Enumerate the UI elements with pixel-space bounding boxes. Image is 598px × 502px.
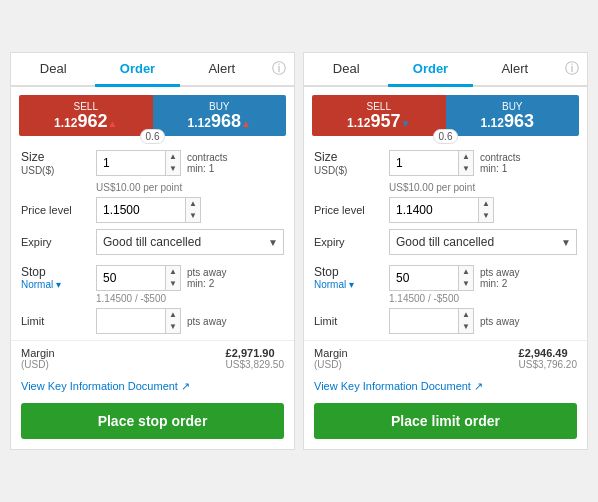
place-order-button[interactable]: Place limit order [314, 403, 577, 439]
margin-sub-value: US$3,829.50 [226, 359, 284, 370]
key-link-row: View Key Information Document ↗ [11, 376, 294, 397]
tab-bar: DealOrderAlertⓘ [11, 53, 294, 87]
margin-values: £2,971.90 US$3,829.50 [226, 347, 284, 370]
stop-up[interactable]: ▲ [459, 266, 473, 278]
stop-unit-label: pts awaymin: 2 [480, 267, 519, 289]
tab-deal[interactable]: Deal [11, 53, 95, 85]
price-level-wrap: ▲ ▼ [389, 197, 577, 223]
key-link-row: View Key Information Document ↗ [304, 376, 587, 397]
stop-down[interactable]: ▼ [166, 278, 180, 290]
size-row: Size USD($) ▲ ▼ contractsmin: 1 [21, 150, 284, 176]
stop-label: Stop Normal ▾ [21, 265, 96, 290]
sell-button[interactable]: SELL 1.12957▼ [312, 95, 446, 136]
tab-alert[interactable]: Alert [180, 53, 264, 85]
stop-spinner: ▲ ▼ [166, 265, 181, 291]
stop-type-toggle[interactable]: Normal ▾ [21, 279, 96, 290]
limit-input[interactable] [389, 308, 459, 334]
tab-deal[interactable]: Deal [304, 53, 388, 85]
stop-row: Stop Normal ▾ ▲ ▼ pts awaymin: 2 [314, 265, 577, 291]
sell-price: 1.12957▼ [316, 112, 442, 130]
limit-up[interactable]: ▲ [459, 309, 473, 321]
buy-price: 1.12963▼ [450, 112, 576, 130]
panel-right: DealOrderAlertⓘSELL 1.12957▼0.6BUY 1.129… [303, 52, 588, 450]
spread-badge: 0.6 [140, 129, 166, 144]
expiry-select[interactable]: Good till cancelled Good for day [96, 229, 284, 255]
price-row: SELL 1.12962▲0.6BUY 1.12968▲ [19, 95, 286, 136]
price-level-input[interactable] [389, 197, 479, 223]
price-level-spinner: ▲ ▼ [479, 197, 494, 223]
expiry-row: Expiry Good till cancelled Good for day … [21, 229, 284, 255]
limit-label: Limit [314, 315, 389, 327]
limit-down[interactable]: ▼ [459, 321, 473, 333]
margin-section: Margin (USD) £2,946.49 US$3,796.20 [304, 340, 587, 376]
buy-button[interactable]: BUY 1.12963▼ [446, 95, 580, 136]
stop-input-wrap: ▲ ▼ pts awaymin: 2 [389, 265, 577, 291]
price-level-down[interactable]: ▼ [479, 210, 493, 222]
size-up[interactable]: ▲ [459, 151, 473, 163]
limit-spinner: ▲ ▼ [459, 308, 474, 334]
margin-value: £2,946.49 [519, 347, 577, 359]
stop-label: Stop Normal ▾ [314, 265, 389, 290]
expiry-row: Expiry Good till cancelled Good for day … [314, 229, 577, 255]
price-level-label: Price level [314, 204, 389, 216]
stop-input[interactable] [96, 265, 166, 291]
spread-badge: 0.6 [433, 129, 459, 144]
size-spinner: ▲ ▼ [459, 150, 474, 176]
price-level-input[interactable] [96, 197, 186, 223]
key-info-link[interactable]: View Key Information Document ↗ [21, 380, 284, 393]
expiry-select-wrap: Good till cancelled Good for day ▼ [389, 229, 577, 255]
size-down[interactable]: ▼ [166, 163, 180, 175]
margin-value: £2,971.90 [226, 347, 284, 359]
tab-order[interactable]: Order [388, 53, 472, 87]
size-label: Size USD($) [21, 150, 96, 176]
limit-input[interactable] [96, 308, 166, 334]
key-info-link[interactable]: View Key Information Document ↗ [314, 380, 577, 393]
sell-price: 1.12962▲ [23, 112, 149, 130]
stop-input-wrap: ▲ ▼ pts awaymin: 2 [96, 265, 284, 291]
limit-spinner: ▲ ▼ [166, 308, 181, 334]
price-level-wrap: ▲ ▼ [96, 197, 284, 223]
price-level-down[interactable]: ▼ [186, 210, 200, 222]
margin-row: Margin (USD) £2,971.90 US$3,829.50 [21, 347, 284, 370]
stop-row: Stop Normal ▾ ▲ ▼ pts awaymin: 2 [21, 265, 284, 291]
size-down[interactable]: ▼ [459, 163, 473, 175]
size-input-wrap: ▲ ▼ contractsmin: 1 [96, 150, 284, 176]
info-icon[interactable]: ⓘ [264, 53, 294, 85]
size-up[interactable]: ▲ [166, 151, 180, 163]
size-input-wrap: ▲ ▼ contractsmin: 1 [389, 150, 577, 176]
limit-down[interactable]: ▼ [166, 321, 180, 333]
limit-input-wrap: ▲ ▼ pts away [389, 308, 577, 334]
price-row: SELL 1.12957▼0.6BUY 1.12963▼ [312, 95, 579, 136]
buy-button[interactable]: BUY 1.12968▲ [153, 95, 287, 136]
stop-info: 1.14500 / -$500 [96, 293, 284, 304]
stop-info: 1.14500 / -$500 [389, 293, 577, 304]
size-input[interactable] [96, 150, 166, 176]
stop-unit-label: pts awaymin: 2 [187, 267, 226, 289]
limit-up[interactable]: ▲ [166, 309, 180, 321]
place-order-button[interactable]: Place stop order [21, 403, 284, 439]
sell-button[interactable]: SELL 1.12962▲ [19, 95, 153, 136]
margin-label-wrap: Margin (USD) [21, 347, 55, 370]
margin-sub-value: US$3,796.20 [519, 359, 577, 370]
stop-spinner: ▲ ▼ [459, 265, 474, 291]
price-level-up[interactable]: ▲ [479, 198, 493, 210]
limit-label: Limit [21, 315, 96, 327]
info-icon[interactable]: ⓘ [557, 53, 587, 85]
price-level-up[interactable]: ▲ [186, 198, 200, 210]
size-sub-label: US$10.00 per point [389, 182, 577, 193]
tab-alert[interactable]: Alert [473, 53, 557, 85]
tab-order[interactable]: Order [95, 53, 179, 87]
stop-up[interactable]: ▲ [166, 266, 180, 278]
stop-down[interactable]: ▼ [459, 278, 473, 290]
size-label: Size USD($) [314, 150, 389, 176]
stop-input[interactable] [389, 265, 459, 291]
buy-price: 1.12968▲ [157, 112, 283, 130]
size-row: Size USD($) ▲ ▼ contractsmin: 1 [314, 150, 577, 176]
margin-section: Margin (USD) £2,971.90 US$3,829.50 [11, 340, 294, 376]
size-input[interactable] [389, 150, 459, 176]
stop-type-toggle[interactable]: Normal ▾ [314, 279, 389, 290]
margin-label: Margin [314, 347, 348, 359]
stop-section: Stop Normal ▾ ▲ ▼ pts awaymin: 2 1.14500… [304, 265, 587, 334]
limit-input-wrap: ▲ ▼ pts away [96, 308, 284, 334]
expiry-select[interactable]: Good till cancelled Good for day [389, 229, 577, 255]
